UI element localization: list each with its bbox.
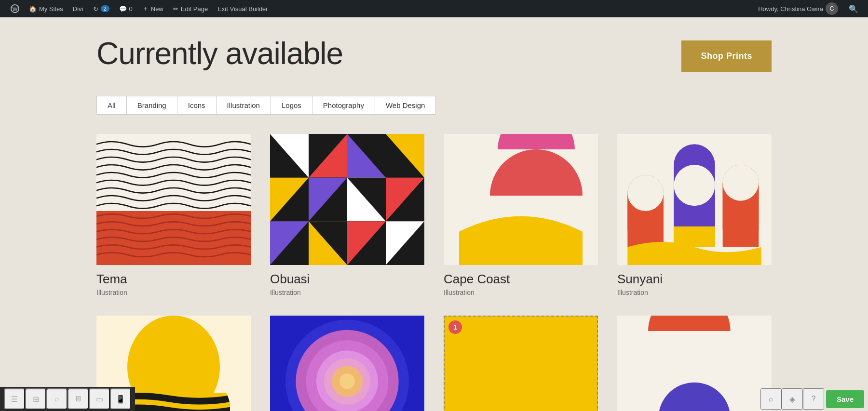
page-title: Currently available [96, 37, 343, 70]
toolbar-tablet-button[interactable]: ▭ [89, 388, 110, 410]
thumbnail-cape-coast [444, 134, 598, 265]
tab-illustration[interactable]: Illustration [217, 96, 271, 114]
portfolio-item-6[interactable]: + ⏻ 🗑 ✕ [270, 316, 424, 411]
portfolio-grid: Tema Illustration [96, 134, 772, 296]
plus-icon: ＋ [142, 4, 149, 13]
bottom-toolbar-left: ☰ ⊞ ⌕ 🖥 ▭ 📱 [0, 387, 135, 411]
tab-all[interactable]: All [97, 96, 127, 114]
thumbnail-item6: + ⏻ 🗑 [270, 316, 424, 411]
updates-button[interactable]: ↻ 2 [88, 0, 114, 17]
thumbnail-sunyani [617, 134, 772, 265]
tab-logos[interactable]: Logos [271, 96, 312, 114]
portfolio-item-sunyani[interactable]: Sunyani Illustration [617, 134, 772, 296]
main-content: Currently available Shop Prints All Bran… [0, 17, 868, 411]
tab-photography[interactable]: Photography [312, 96, 375, 114]
bottom-help-button[interactable]: ? [803, 388, 824, 410]
header-section: Currently available Shop Prints [96, 37, 772, 72]
tab-web-design[interactable]: Web Design [375, 96, 435, 114]
portfolio-item-8[interactable] [617, 316, 772, 411]
item-category-sunyani: Illustration [617, 289, 772, 296]
portfolio-item-obuasi[interactable]: Obuasi Illustration [270, 134, 424, 296]
edit-icon: ✏ [173, 5, 178, 13]
admin-search-button[interactable]: 🔍 [845, 4, 862, 13]
item-title-obuasi: Obuasi [270, 272, 424, 287]
my-sites-button[interactable]: 🏠 My Sites [24, 0, 68, 17]
comment-icon: 💬 [119, 5, 127, 13]
svg-point-33 [627, 175, 664, 211]
wp-logo-button[interactable]: W [6, 0, 24, 17]
portfolio-item-cape-coast[interactable]: Cape Coast Illustration [444, 134, 598, 296]
svg-point-36 [674, 165, 715, 206]
bottom-search-button[interactable]: ⌕ [760, 388, 782, 410]
user-greeting[interactable]: Howdy, Christina Gwira C [753, 2, 843, 15]
svg-point-39 [723, 165, 759, 201]
updates-icon: ↻ [93, 5, 98, 13]
thumbnail-tema [96, 134, 251, 265]
save-button[interactable]: Save [826, 390, 864, 408]
toolbar-mobile-button[interactable]: 📱 [110, 388, 131, 410]
portfolio-item-tema[interactable]: Tema Illustration [96, 134, 251, 296]
svg-point-52 [339, 374, 355, 389]
item-category-obuasi: Illustration [270, 289, 424, 296]
thumbnail-item8 [617, 316, 772, 411]
portfolio-grid-row2: + ⏻ 🗑 ✕ [96, 316, 772, 411]
divi-button[interactable]: Divi [68, 0, 88, 17]
tab-branding[interactable]: Branding [127, 96, 177, 114]
toolbar-search-button[interactable]: ⌕ [46, 388, 68, 410]
item-category-cape-coast: Illustration [444, 289, 598, 296]
bottom-layers-button[interactable]: ◈ [782, 388, 803, 410]
item-title-tema: Tema [96, 272, 251, 287]
bottom-toolbar-right: ⌕ ◈ ? Save [757, 387, 868, 411]
thumbnail-obuasi [270, 134, 424, 265]
toolbar-grid-button[interactable]: ⊞ [25, 388, 46, 410]
tab-icons[interactable]: Icons [177, 96, 217, 114]
svg-text:W: W [13, 6, 18, 12]
shop-prints-button[interactable]: Shop Prints [681, 40, 772, 72]
avatar: C [826, 2, 838, 15]
item-title-cape-coast: Cape Coast [444, 272, 598, 287]
item-category-tema: Illustration [96, 289, 251, 296]
portfolio-item-7[interactable]: 1 ⚙ 🕐 ⇅ [444, 316, 598, 411]
svg-rect-40 [674, 226, 715, 247]
toolbar-menu-button[interactable]: ☰ [4, 388, 25, 410]
filter-tabs: All Branding Icons Illustration Logos Ph… [96, 96, 436, 115]
exit-builder-button[interactable]: Exit Visual Builder [213, 0, 273, 17]
item-title-sunyani: Sunyani [617, 272, 772, 287]
admin-bar: W 🏠 My Sites Divi ↻ 2 💬 0 ＋ New ✏ Edit P… [0, 0, 868, 17]
new-button[interactable]: ＋ New [137, 0, 168, 17]
toolbar-desktop-button[interactable]: 🖥 [68, 388, 89, 410]
edit-page-button[interactable]: ✏ Edit Page [168, 0, 213, 17]
thumbnail-item7: 1 ⚙ 🕐 ⇅ [444, 316, 598, 411]
item-badge: 1 [448, 320, 462, 334]
svg-rect-53 [444, 316, 598, 411]
home-icon: 🏠 [29, 5, 37, 13]
comments-button[interactable]: 💬 0 [114, 0, 137, 17]
